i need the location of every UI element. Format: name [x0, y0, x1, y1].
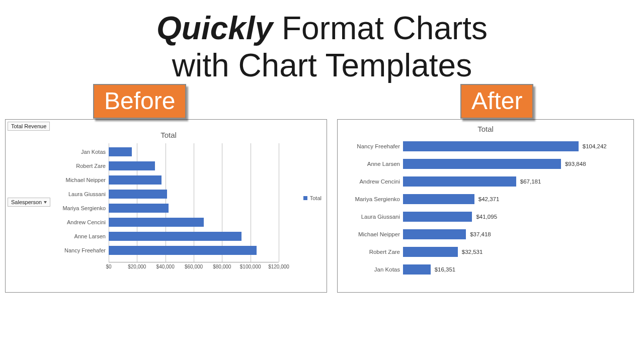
after-chart-title: Total — [343, 125, 628, 133]
x-tick-label: $100,000 — [240, 264, 261, 269]
pivot-field-salesperson-label: Salesperson — [11, 199, 42, 205]
headline-rest-2: with Chart Templates — [172, 47, 472, 83]
bar — [109, 190, 167, 199]
after-chart-frame: Total Nancy Freehafer$104,242Anne Larsen… — [337, 119, 634, 293]
data-label: $67,181 — [516, 178, 541, 185]
bar — [109, 204, 169, 213]
category-label: Robert Zare — [58, 163, 109, 169]
bar-row: Jan Kotas$16,351 — [343, 263, 628, 276]
bar-row: Nancy Freehafer$104,242 — [343, 140, 628, 152]
x-tick-label: $0 — [106, 264, 111, 269]
bar — [109, 218, 204, 227]
bar — [403, 247, 458, 257]
bar-row: Laura Giussani$41,095 — [343, 211, 628, 223]
category-label: Andrew Cencini — [343, 178, 403, 185]
data-label: $104,242 — [579, 143, 607, 149]
category-label: Laura Giussani — [58, 191, 109, 197]
bar — [403, 229, 466, 239]
category-label: Mariya Sergienko — [343, 196, 403, 202]
bar-row: Jan Kotas — [58, 146, 279, 157]
legend-swatch — [303, 196, 307, 200]
legend-label: Total — [310, 195, 321, 201]
chevron-down-icon — [44, 201, 47, 204]
before-chart-plot: Jan KotasRobert ZareMichael NeipperLaura… — [58, 143, 279, 272]
before-panel: Before Total Revenue Salesperson Total J… — [5, 89, 327, 293]
data-label: $37,418 — [466, 231, 491, 237]
x-tick-label: $60,000 — [185, 264, 203, 269]
bar-row: Laura Giussani — [58, 189, 279, 200]
category-label: Michael Neipper — [343, 231, 403, 237]
x-tick-label: $40,000 — [156, 264, 175, 269]
bar-row: Anne Larsen$93,848 — [343, 158, 628, 170]
category-label: Jan Kotas — [58, 149, 109, 155]
bar — [403, 141, 579, 151]
after-chart-plot: Nancy Freehafer$104,242Anne Larsen$93,84… — [343, 138, 628, 284]
gridline — [279, 143, 279, 262]
headline-emph: Quickly — [156, 10, 273, 46]
bar — [109, 161, 155, 170]
pivot-field-total-revenue[interactable]: Total Revenue — [8, 122, 50, 131]
category-label: Robert Zare — [343, 249, 403, 255]
data-label: $32,531 — [458, 249, 483, 255]
bar-row: Andrew Cencini$67,181 — [343, 175, 628, 188]
bar — [403, 159, 561, 169]
bar — [403, 194, 474, 204]
category-label: Anne Larsen — [343, 161, 403, 167]
bar-row: Michael Neipper — [58, 174, 279, 186]
category-label: Michael Neipper — [58, 177, 109, 183]
before-tag: Before — [93, 84, 186, 119]
bar-row: Mariya Sergienko$42,371 — [343, 193, 628, 205]
bar — [109, 175, 162, 185]
bar — [109, 147, 132, 156]
bar — [403, 176, 516, 187]
bar-row: Robert Zare — [58, 160, 279, 171]
bar-row: Mariya Sergienko — [58, 203, 279, 214]
category-label: Nancy Freehafer — [58, 247, 109, 253]
pivot-field-total-revenue-label: Total Revenue — [11, 123, 46, 129]
bar-row: Michael Neipper$37,418 — [343, 228, 628, 240]
data-label: $41,095 — [472, 214, 497, 220]
before-legend: Total — [303, 195, 321, 201]
bar-row: Anne Larsen — [58, 231, 279, 242]
data-label: $16,351 — [431, 266, 456, 273]
category-label: Andrew Cencini — [58, 219, 109, 225]
bar-row: Andrew Cencini — [58, 217, 279, 228]
page-title: Quickly Format Charts with Chart Templat… — [0, 0, 644, 84]
category-label: Mariya Sergienko — [58, 205, 109, 211]
x-tick-label: $80,000 — [213, 264, 231, 269]
category-label: Jan Kotas — [343, 266, 403, 273]
bar-row: Robert Zare$32,531 — [343, 246, 628, 258]
category-label: Anne Larsen — [58, 233, 109, 239]
before-chart-title: Total — [58, 131, 279, 139]
after-tag: After — [460, 84, 533, 119]
headline-rest-1: Format Charts — [273, 10, 488, 46]
bar-row: Nancy Freehafer — [58, 245, 279, 256]
bar — [109, 246, 257, 255]
category-label: Nancy Freehafer — [343, 143, 403, 149]
bar — [403, 264, 431, 275]
x-tick-label: $20,000 — [128, 264, 146, 269]
category-label: Laura Giussani — [343, 214, 403, 220]
before-chart-frame: Total Revenue Salesperson Total Jan Kota… — [5, 119, 327, 293]
bar — [109, 232, 242, 241]
bar — [403, 212, 472, 222]
after-panel: After Total Nancy Freehafer$104,242Anne … — [337, 89, 634, 293]
pivot-field-salesperson[interactable]: Salesperson — [8, 198, 50, 207]
data-label: $93,848 — [561, 161, 586, 167]
x-tick-label: $120,000 — [268, 264, 289, 269]
data-label: $42,371 — [474, 196, 500, 202]
